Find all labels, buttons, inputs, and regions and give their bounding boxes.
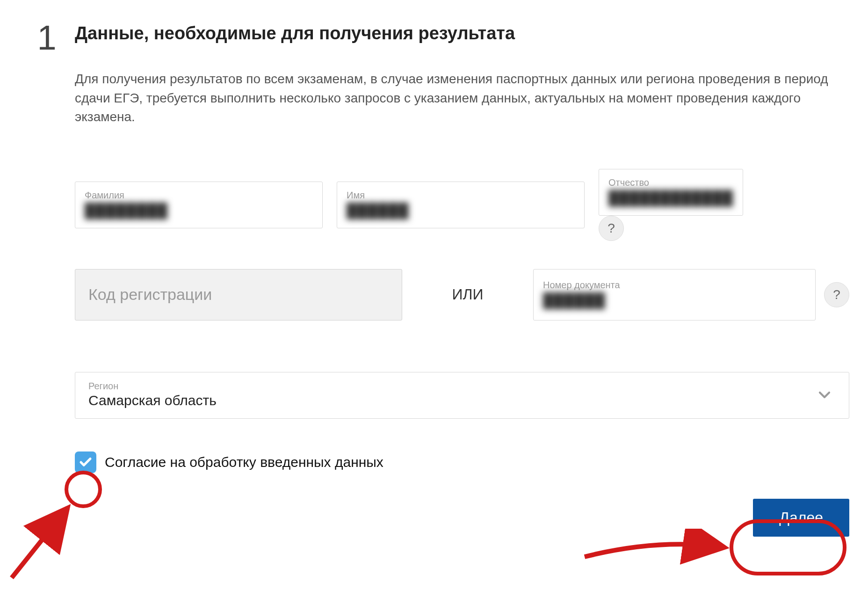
document-number-label: Номер документа (543, 280, 806, 291)
name-fields-row: Фамилия ████████ Имя ██████ Отчество ███… (75, 169, 849, 241)
help-icon[interactable]: ? (824, 282, 849, 307)
surname-value: ████████ (85, 203, 313, 218)
region-select[interactable]: Регион Самарская область (75, 372, 849, 419)
surname-label: Фамилия (85, 190, 313, 201)
firstname-label: Имя (347, 190, 575, 201)
document-number-value: ██████ (543, 292, 806, 308)
or-separator: ИЛИ (402, 286, 533, 303)
consent-row: Согласие на обработку введенных данных (75, 451, 849, 473)
consent-checkbox[interactable] (75, 451, 96, 473)
check-icon (79, 455, 93, 469)
chevron-down-icon (814, 385, 835, 405)
firstname-field[interactable]: Имя ██████ (337, 182, 585, 228)
region-label: Регион (88, 381, 217, 392)
step-number: 1 (19, 21, 75, 55)
help-icon[interactable]: ? (599, 216, 624, 241)
registration-code-field[interactable]: Код регистрации (75, 269, 402, 320)
identifier-row: Код регистрации ИЛИ Номер документа ████… (75, 269, 849, 320)
document-number-field[interactable]: Номер документа ██████ (533, 269, 816, 320)
patronymic-value: ████████████ (608, 190, 733, 206)
consent-label: Согласие на обработку введенных данных (105, 454, 383, 470)
patronymic-label: Отчество (608, 177, 733, 188)
next-button[interactable]: Далее (753, 499, 849, 537)
registration-code-placeholder: Код регистрации (88, 285, 212, 304)
page-description: Для получения результатов по всем экзаме… (75, 70, 849, 127)
region-value: Самарская область (88, 393, 217, 408)
surname-field[interactable]: Фамилия ████████ (75, 182, 323, 228)
patronymic-field[interactable]: Отчество ████████████ (599, 169, 743, 216)
firstname-value: ██████ (347, 203, 575, 218)
page-heading: Данные, необходимые для получения резуль… (75, 23, 849, 44)
